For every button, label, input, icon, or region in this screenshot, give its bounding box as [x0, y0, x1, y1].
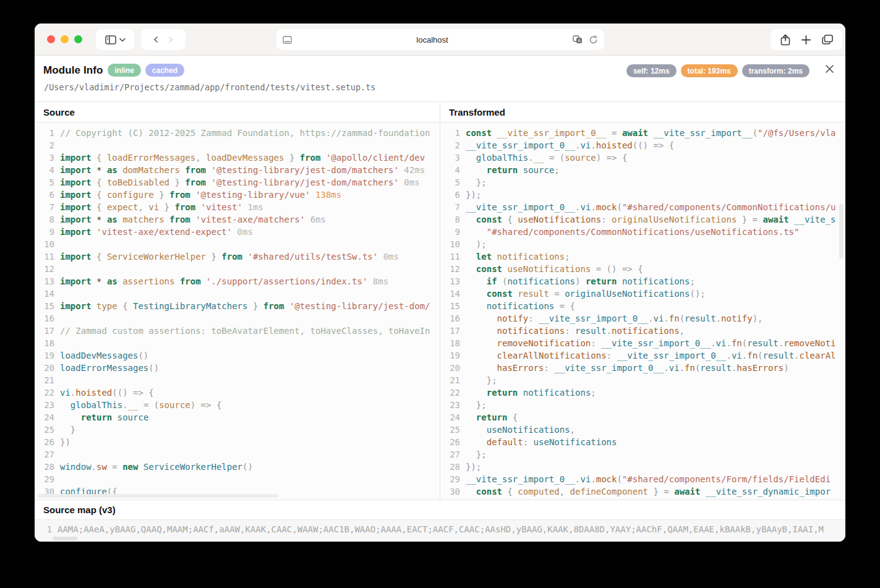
code-line: 1const __vite_ssr_import_0__ = await __v… — [440, 127, 845, 139]
sourcemap-line: 1 AAMA;AAeA,yBAAG,QAAQ,MAAM;AACf,aAAW,KA… — [35, 523, 845, 535]
forward-button[interactable] — [168, 36, 174, 43]
transformed-code-lines: 1const __vite_ssr_import_0__ = await __v… — [440, 122, 845, 500]
code-line: 26 default: useNotifications — [440, 436, 845, 448]
code-line: 19loadDevMessages() — [35, 349, 440, 362]
code-line: 11import { ServiceWorkerHelper } from '#… — [35, 250, 440, 263]
source-panel-title: Source — [43, 107, 75, 117]
code-line: 7__vite_ssr_import_0__.vi.mock("#shared/… — [440, 201, 845, 213]
timing-badges: self: 12mstotal: 193mstransform: 2ms — [626, 64, 810, 77]
code-line: 14 const result = originalUseNotificatio… — [440, 288, 845, 300]
sourcemap-horizontal-scrollbar[interactable] — [53, 537, 77, 540]
code-line: 13 if (notifications) return notificatio… — [440, 275, 845, 288]
module-flag-badges: inlinecached — [108, 64, 184, 77]
code-line: 5 }; — [440, 176, 845, 189]
code-line: 16 — [35, 312, 440, 325]
address-bar[interactable]: localhost A — [276, 29, 604, 50]
share-icon[interactable] — [780, 34, 790, 46]
code-line: 25 } — [35, 424, 440, 436]
source-panel: Source 1// Copyright (C) 2012-2025 Zamma… — [35, 102, 440, 500]
transformed-vertical-scrollbar[interactable] — [839, 204, 844, 258]
minimize-window-button[interactable] — [61, 35, 69, 43]
badge: total: 193ms — [681, 64, 738, 77]
code-line: 17 notifications: result.notifications, — [440, 325, 845, 337]
sidebar-icon — [105, 35, 116, 45]
code-line: 5import { toBeDisabled } from '@testing-… — [35, 176, 440, 189]
nav-buttons — [141, 29, 186, 50]
browser-toolbar: localhost A — [35, 23, 845, 56]
code-line: 13import * as assertions from './support… — [35, 275, 440, 288]
code-line: 20 hasErrors: __vite_ssr_import_0__.vi.f… — [440, 362, 845, 374]
code-line: 24 return source — [35, 411, 440, 424]
badge: transform: 2ms — [742, 64, 810, 77]
code-line: 6}); — [440, 189, 845, 201]
code-line: 9import 'vitest-axe/extend-expect' 0ms — [35, 226, 440, 238]
module-file-path: /Users/vladimir/Projects/zammad/app/fron… — [44, 82, 375, 92]
sourcemap-mappings: AAMA;AAeA,yBAAG,QAAQ,MAAM;AACf,aAAW,KAAK… — [58, 523, 824, 535]
page-title: Module Info — [43, 64, 103, 77]
code-line: 28window.sw = new ServiceWorkerHelper() — [35, 461, 440, 473]
code-line: 2 — [35, 139, 440, 151]
code-line: 4 return source; — [440, 164, 845, 176]
chevron-down-icon — [119, 38, 126, 42]
translate-icon[interactable]: A — [573, 35, 583, 44]
code-line: 8 const { useNotifications: originalUseN… — [440, 213, 845, 226]
badge: self: 12ms — [626, 64, 677, 77]
reload-icon[interactable] — [589, 35, 598, 45]
badge: cached — [145, 64, 184, 77]
code-line: 21 — [35, 374, 440, 386]
browser-window: localhost A — [35, 23, 845, 542]
close-icon[interactable] — [821, 61, 837, 77]
code-line: 26}) — [35, 436, 440, 448]
toolbar-actions — [771, 29, 842, 50]
back-button[interactable] — [153, 36, 159, 43]
code-line: 4import * as domMatchers from '@testing-… — [35, 164, 440, 176]
page-format-icon[interactable] — [283, 36, 292, 44]
code-line: 11 let notifications; — [440, 250, 845, 263]
code-line: 29__vite_ssr_import_0__.vi.mock("#shared… — [440, 473, 845, 485]
source-panel-header: Source — [35, 102, 440, 122]
code-line: 25 useNotifications, — [440, 424, 845, 436]
zoom-window-button[interactable] — [74, 35, 82, 43]
code-line: 30 const { computed, defineComponent } =… — [440, 485, 845, 498]
code-line: 17// Zammad custom assertions: toBeAvata… — [35, 325, 440, 337]
transformed-panel-header: Transformed — [440, 102, 845, 122]
code-line: 16 notify: __vite_ssr_import_0__.vi.fn(r… — [440, 312, 845, 325]
source-code-lines: 1// Copyright (C) 2012-2025 Zammad Found… — [35, 122, 440, 500]
module-info-header: Module Info inlinecached self: 12mstotal… — [35, 56, 845, 102]
code-line: 9 "#shared/components/CommonNotification… — [440, 226, 845, 238]
new-tab-icon[interactable] — [801, 35, 811, 45]
code-line: 23 globalThis.__ = (source) => { — [35, 399, 440, 411]
code-line: 28}); — [440, 461, 845, 473]
code-line: 3 globalThis.__ = (source) => { — [440, 151, 845, 164]
code-line: 27 }; — [440, 448, 845, 461]
url-text[interactable]: localhost — [416, 35, 448, 45]
sourcemap-header: Source map (v3) — [35, 500, 845, 520]
transformed-panel: Transformed 1const __vite_ssr_import_0__… — [440, 102, 845, 500]
code-line: 15import type { TestingLibraryMatchers }… — [35, 300, 440, 312]
code-panels: Source 1// Copyright (C) 2012-2025 Zamma… — [35, 102, 845, 500]
screen: localhost A — [0, 0, 880, 588]
code-line: 2__vite_ssr_import_0__.vi.hoisted(() => … — [440, 139, 845, 151]
code-line: 12 const useNotifications = () => { — [440, 263, 845, 275]
code-line: 18 — [35, 337, 440, 349]
transformed-panel-title: Transformed — [449, 107, 505, 117]
badge: inline — [108, 64, 140, 77]
code-line: 7import { expect, vi } from 'vitest' 1ms — [35, 201, 440, 213]
sourcemap-body: 1 AAMA;AAeA,yBAAG,QAAQ,MAAM;AACf,aAAW,KA… — [35, 520, 845, 542]
code-line: 12 — [35, 263, 440, 275]
close-window-button[interactable] — [47, 35, 55, 43]
code-line: 24 return { — [440, 411, 845, 424]
code-line: 6import { configure } from '@testing-lib… — [35, 189, 440, 201]
svg-text:A: A — [578, 38, 581, 43]
sourcemap-section: Source map (v3) 1 AAMA;AAeA,yBAAG,QAAQ,M… — [35, 500, 845, 542]
code-line: 8import * as matchers from 'vitest-axe/m… — [35, 213, 440, 226]
code-line: 27 — [35, 448, 440, 461]
sourcemap-line-number: 1 — [38, 523, 52, 535]
code-line: 22 return notifications; — [440, 386, 845, 399]
sidebar-toggle-button[interactable] — [96, 29, 134, 50]
code-line: 18 removeNotification: __vite_ssr_import… — [440, 337, 845, 349]
tab-overview-icon[interactable] — [822, 35, 833, 45]
source-horizontal-scrollbar[interactable] — [37, 494, 278, 498]
code-line: 1// Copyright (C) 2012-2025 Zammad Found… — [35, 127, 440, 139]
code-line: 23 }; — [440, 399, 845, 411]
